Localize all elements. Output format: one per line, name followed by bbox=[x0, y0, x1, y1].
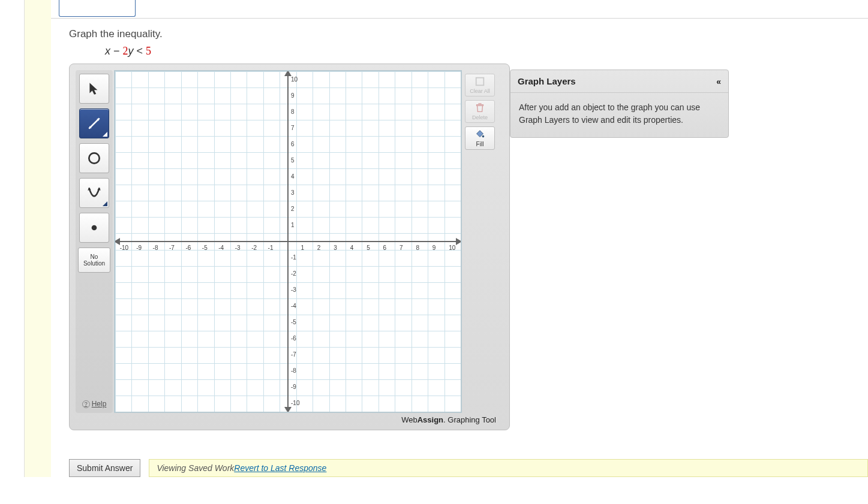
clear-all-button[interactable]: Clear All bbox=[465, 74, 495, 96]
submit-answer-button[interactable]: Submit Answer bbox=[69, 459, 140, 477]
x-tick-label: 10 bbox=[449, 245, 455, 251]
x-tick-label: 1 bbox=[301, 245, 304, 251]
x-tick-label: -1 bbox=[268, 245, 274, 251]
y-tick-label: -8 bbox=[291, 367, 296, 374]
question-marker-bar bbox=[24, 0, 51, 477]
y-tick-label: 6 bbox=[291, 141, 295, 147]
help-link[interactable]: ? Help bbox=[82, 400, 107, 408]
collapse-icon[interactable]: « bbox=[716, 77, 721, 86]
delete-button[interactable]: Delete bbox=[465, 100, 495, 123]
pointer-tool-button[interactable] bbox=[79, 74, 109, 104]
x-tick-label: -3 bbox=[235, 245, 241, 251]
x-tick-label: 7 bbox=[400, 245, 403, 251]
y-tick-label: 10 bbox=[291, 76, 298, 83]
brand-tool: Graphing Tool bbox=[446, 415, 496, 424]
y-axis bbox=[287, 71, 289, 412]
y-tick-label: 4 bbox=[291, 173, 295, 180]
grid-line-v bbox=[461, 71, 461, 412]
formula-minus: − bbox=[110, 45, 123, 57]
widget-brand: WebAssign. Graphing Tool bbox=[76, 415, 503, 424]
point-tool-button[interactable] bbox=[79, 213, 109, 243]
fill-icon bbox=[474, 129, 485, 140]
y-tick-label: 3 bbox=[291, 189, 295, 196]
y-tick-label: -1 bbox=[291, 254, 296, 261]
inequality-formula: x − 2y < 5 bbox=[105, 45, 868, 58]
clear-all-label: Clear All bbox=[470, 88, 490, 94]
layers-body-text: After you add an object to the graph you… bbox=[510, 93, 728, 137]
formula-y: y bbox=[128, 45, 134, 57]
svg-point-8 bbox=[482, 135, 485, 138]
axis-arrow bbox=[456, 238, 462, 245]
x-tick-label: -2 bbox=[251, 245, 257, 251]
pointer-icon bbox=[86, 81, 102, 96]
formula-5: 5 bbox=[146, 45, 151, 57]
trash-icon bbox=[474, 102, 485, 113]
action-palette: Clear All Delete Fill bbox=[462, 70, 498, 413]
axis-arrow bbox=[284, 70, 292, 76]
graph-layers-panel: Graph Layers « After you add an object t… bbox=[510, 70, 729, 138]
line-tool-button[interactable] bbox=[79, 108, 109, 138]
y-tick-label: 8 bbox=[291, 108, 295, 115]
tool-palette: No Solution ? Help bbox=[76, 70, 113, 413]
x-tick-label: -7 bbox=[169, 245, 175, 251]
circle-tool-button[interactable] bbox=[79, 143, 109, 173]
clear-icon bbox=[474, 76, 485, 87]
y-tick-label: -7 bbox=[291, 351, 296, 358]
y-tick-label: -5 bbox=[291, 319, 296, 325]
x-tick-label: -6 bbox=[185, 245, 191, 251]
point-icon bbox=[86, 220, 102, 236]
grid-line-h bbox=[115, 412, 461, 412]
svg-point-6 bbox=[92, 225, 97, 231]
viewing-label: Viewing Saved Work bbox=[157, 463, 234, 473]
no-solution-button[interactable]: No Solution bbox=[78, 248, 110, 273]
delete-label: Delete bbox=[472, 114, 488, 120]
help-label: Help bbox=[92, 400, 107, 408]
axis-arrow bbox=[284, 407, 292, 413]
y-tick-label: -9 bbox=[291, 384, 296, 390]
x-tick-label: 9 bbox=[433, 245, 436, 251]
x-tick-label: 8 bbox=[416, 245, 419, 251]
y-tick-label: 2 bbox=[291, 206, 295, 212]
x-tick-label: -9 bbox=[136, 245, 142, 251]
x-tick-label: 5 bbox=[367, 245, 370, 251]
formula-coef2: 2 bbox=[123, 45, 128, 57]
help-icon: ? bbox=[82, 400, 90, 408]
active-tab-stub[interactable] bbox=[59, 0, 136, 17]
x-tick-label: 4 bbox=[350, 245, 354, 251]
brand-web: Web bbox=[401, 415, 418, 424]
layers-title: Graph Layers bbox=[518, 76, 576, 86]
revert-link[interactable]: Revert to Last Response bbox=[234, 463, 326, 473]
y-tick-label: -2 bbox=[291, 270, 296, 277]
formula-lt: < bbox=[134, 45, 146, 57]
y-tick-label: -6 bbox=[291, 335, 296, 342]
axis-arrow bbox=[114, 238, 120, 245]
x-tick-label: 2 bbox=[317, 245, 321, 251]
parabola-tool-button[interactable] bbox=[79, 178, 109, 208]
x-tick-label: -8 bbox=[153, 245, 158, 251]
x-tick-label: 3 bbox=[334, 245, 337, 251]
svg-point-3 bbox=[89, 153, 99, 163]
y-tick-label: -10 bbox=[291, 400, 299, 406]
x-tick-label: -10 bbox=[120, 245, 128, 251]
x-tick-label: -5 bbox=[202, 245, 208, 251]
graph-canvas[interactable]: -10-9-8-7-6-5-4-3-2-11234567891010987654… bbox=[114, 70, 462, 413]
fill-button[interactable]: Fill bbox=[465, 126, 495, 150]
svg-rect-7 bbox=[476, 78, 484, 86]
y-tick-label: -4 bbox=[291, 303, 296, 309]
line-icon bbox=[86, 116, 102, 131]
y-tick-label: 1 bbox=[291, 222, 295, 228]
y-tick-label: 5 bbox=[291, 157, 295, 164]
formula-x: x bbox=[105, 45, 110, 57]
brand-assign: Assign bbox=[418, 415, 443, 424]
circle-icon bbox=[86, 150, 102, 166]
parabola-icon bbox=[86, 185, 102, 201]
x-tick-label: -4 bbox=[218, 245, 224, 251]
no-solution-label-1: No bbox=[83, 253, 105, 260]
no-solution-label-2: Solution bbox=[83, 260, 105, 267]
y-tick-label: 7 bbox=[291, 125, 295, 131]
y-tick-label: -3 bbox=[291, 286, 296, 293]
x-tick-label: 6 bbox=[383, 245, 387, 251]
question-prompt: Graph the inequality. bbox=[69, 28, 868, 40]
y-tick-label: 9 bbox=[291, 92, 295, 99]
fill-label: Fill bbox=[476, 141, 484, 147]
